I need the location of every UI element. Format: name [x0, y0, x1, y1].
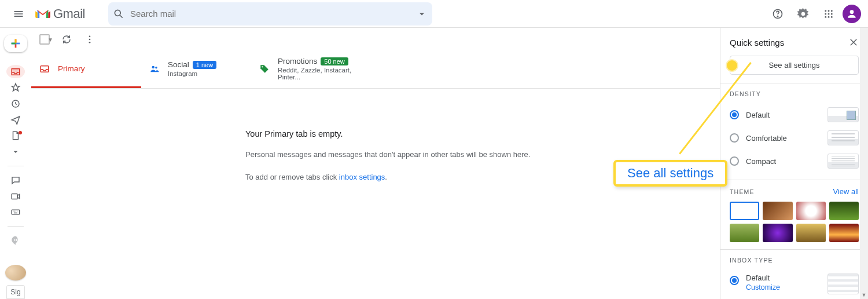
svg-point-16 — [89, 35, 91, 37]
svg-point-12 — [850, 10, 854, 14]
more-icon[interactable] — [80, 30, 100, 49]
header: Gmail — [0, 0, 868, 28]
search-input[interactable] — [129, 8, 411, 19]
meet-icon[interactable] — [6, 189, 25, 203]
hangouts-contact-avatar[interactable] — [5, 265, 26, 280]
search-bar[interactable] — [108, 2, 432, 25]
settings-icon[interactable] — [792, 2, 815, 25]
panel-title: Quick settings — [730, 38, 784, 48]
customize-link[interactable]: Customize — [746, 283, 821, 291]
empty-line1: Personal messages and messages that don'… — [245, 150, 530, 159]
annotation-callout: See all settings — [613, 160, 727, 187]
tab-label: Social — [168, 60, 189, 69]
radio-icon — [730, 110, 739, 119]
tag-icon — [259, 64, 270, 74]
sent-icon[interactable] — [6, 113, 25, 127]
quick-settings-panel: Quick settings See all settings Density … — [720, 28, 868, 299]
inbox-tab-icon — [39, 64, 50, 74]
account-avatar[interactable] — [843, 5, 861, 23]
keyboard-icon[interactable] — [6, 206, 25, 220]
svg-point-0 — [115, 10, 120, 16]
view-all-themes-link[interactable]: View all — [833, 187, 859, 196]
empty-title: Your Primary tab is empty. — [245, 129, 343, 138]
more-down-icon[interactable] — [6, 145, 25, 159]
scrollbar[interactable]: ▼ — [860, 28, 868, 299]
empty-state: Your Primary tab is empty. Personal mess… — [31, 89, 720, 299]
tab-primary[interactable]: Primary — [31, 51, 141, 88]
chat-icon[interactable] — [6, 173, 25, 187]
svg-point-5 — [831, 10, 833, 12]
density-thumb-icon — [827, 107, 859, 122]
svg-rect-15 — [12, 210, 20, 215]
close-icon[interactable] — [848, 37, 859, 48]
inbox-type-section: Inbox type Default Customize Important f… — [720, 249, 868, 299]
people-icon — [149, 64, 160, 74]
tab-sub: Reddit, Zazzle, Instacart, Pinter... — [278, 67, 353, 81]
svg-point-3 — [825, 10, 826, 12]
theme-swatch[interactable] — [763, 202, 792, 220]
category-tabs: Primary Social 1 new Instagram Promotion… — [31, 51, 720, 89]
density-default[interactable]: Default — [730, 103, 859, 126]
svg-point-21 — [155, 66, 157, 68]
svg-point-8 — [831, 13, 833, 14]
gmail-logo[interactable]: Gmail — [35, 6, 85, 22]
svg-point-6 — [825, 13, 826, 14]
density-comfortable[interactable]: Comfortable — [730, 126, 859, 150]
svg-point-20 — [152, 65, 155, 68]
mail-toolbar: ▼ — [31, 28, 720, 51]
inbox-settings-link[interactable]: inbox settings — [339, 173, 385, 181]
svg-point-2 — [777, 16, 778, 16]
svg-rect-14 — [12, 194, 17, 199]
inbox-icon[interactable] — [6, 65, 25, 79]
main-menu-icon[interactable] — [7, 2, 30, 25]
density-compact[interactable]: Compact — [730, 150, 859, 173]
svg-point-11 — [831, 16, 833, 17]
hangouts-icon[interactable] — [6, 234, 25, 247]
theme-swatch[interactable] — [796, 202, 826, 220]
select-all-checkbox[interactable]: ▼ — [39, 34, 53, 45]
density-thumb-icon — [827, 154, 859, 169]
svg-point-9 — [825, 16, 826, 17]
section-title: Theme — [730, 188, 755, 195]
theme-swatch[interactable] — [730, 202, 759, 220]
theme-section: Theme View all — [720, 180, 868, 249]
radio-icon — [730, 156, 739, 166]
density-section: Density Default Comfortable Compact — [720, 83, 868, 180]
search-options-icon[interactable] — [416, 8, 428, 20]
inbox-type-default[interactable]: Default Customize — [730, 269, 859, 298]
logo-text: Gmail — [53, 6, 85, 21]
tab-badge: 50 new — [321, 57, 348, 65]
compose-button[interactable] — [4, 35, 27, 52]
snoozed-icon[interactable] — [6, 97, 25, 111]
section-title: Inbox type — [730, 257, 859, 264]
search-icon[interactable] — [113, 8, 124, 20]
theme-swatch[interactable] — [829, 224, 859, 242]
tab-label: Primary — [58, 64, 85, 73]
help-icon[interactable] — [766, 2, 789, 25]
svg-point-18 — [89, 42, 91, 43]
tab-promotions[interactable]: Promotions 50 new Reddit, Zazzle, Instac… — [251, 51, 361, 88]
svg-point-10 — [828, 16, 830, 17]
empty-line2: To add or remove tabs click inbox settin… — [245, 173, 387, 181]
nav-rail: Sig — [0, 28, 31, 299]
density-thumb-icon — [827, 130, 859, 145]
signed-in-chip[interactable]: Sig — [6, 285, 24, 299]
svg-point-4 — [828, 10, 830, 12]
refresh-icon[interactable] — [57, 30, 76, 49]
section-title: Density — [730, 90, 859, 97]
tab-social[interactable]: Social 1 new Instagram — [141, 51, 251, 88]
tab-sub: Instagram — [168, 70, 216, 77]
theme-grid — [730, 202, 859, 242]
apps-grid-icon[interactable] — [817, 2, 840, 25]
theme-swatch[interactable] — [796, 224, 826, 242]
theme-swatch[interactable] — [730, 224, 759, 242]
tab-badge: 1 new — [193, 61, 216, 69]
inbox-thumb-icon — [827, 274, 859, 294]
radio-icon — [730, 276, 739, 285]
starred-icon[interactable] — [6, 81, 25, 94]
scroll-down-icon[interactable]: ▼ — [860, 291, 868, 299]
theme-swatch[interactable] — [829, 202, 859, 220]
theme-swatch[interactable] — [763, 224, 792, 242]
drafts-icon[interactable] — [6, 129, 25, 143]
svg-point-17 — [89, 39, 91, 41]
